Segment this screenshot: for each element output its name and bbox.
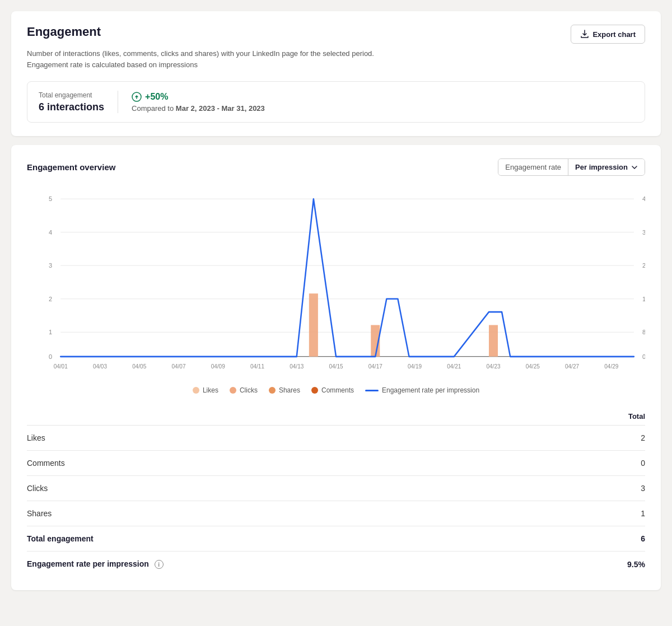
chart-dropdown[interactable]: Engagement rate Per impression <box>498 158 645 176</box>
svg-text:0: 0 <box>49 353 52 360</box>
table-header-label <box>27 408 573 426</box>
svg-text:3: 3 <box>49 262 52 269</box>
table-cell-comments-label: Comments <box>27 451 573 476</box>
svg-text:4: 4 <box>49 229 52 236</box>
svg-text:04/09: 04/09 <box>211 363 225 370</box>
table-cell-shares-label: Shares <box>27 501 573 526</box>
data-table: Total Likes 2 Comments 0 Clicks 3 Shares… <box>27 408 645 577</box>
svg-text:5: 5 <box>49 195 52 202</box>
dropdown-part1: Engagement rate <box>498 159 568 175</box>
legend-clicks-dot <box>230 387 236 394</box>
svg-text:8%: 8% <box>642 329 645 335</box>
svg-text:04/01: 04/01 <box>54 363 68 370</box>
chevron-down-icon <box>631 164 638 171</box>
total-stat-block: Total engagement 6 interactions <box>39 91 104 113</box>
table-cell-comments-value: 0 <box>573 451 645 476</box>
percent-change: +50% <box>132 92 265 102</box>
stat-divider <box>118 91 118 113</box>
svg-text:04/03: 04/03 <box>93 363 107 370</box>
positive-icon <box>132 92 142 102</box>
svg-text:04/13: 04/13 <box>290 363 304 370</box>
table-row-rate: Engagement rate per impression i 9.5% <box>27 552 645 577</box>
svg-text:04/07: 04/07 <box>171 363 185 370</box>
svg-text:04/21: 04/21 <box>447 363 461 370</box>
comparison-block: +50% Compared to Mar 2, 2023 - Mar 31, 2… <box>132 92 265 113</box>
svg-text:40%: 40% <box>642 195 645 202</box>
total-stat-label: Total engagement <box>39 91 104 99</box>
chart-svg: 5 4 3 2 1 0 40% 32% 24% 16% 8% 0% 04/01 … <box>27 187 645 377</box>
chart-card: Engagement overview Engagement rate Per … <box>11 145 661 590</box>
legend-clicks: Clicks <box>230 386 258 394</box>
legend-likes-dot <box>193 387 199 394</box>
table-row-likes: Likes 2 <box>27 426 645 451</box>
table-row-comments: Comments 0 <box>27 451 645 476</box>
svg-rect-36 <box>489 325 498 357</box>
engagement-card: Engagement Export chart Number of intera… <box>11 11 661 136</box>
stats-row: Total engagement 6 interactions +50% Com… <box>27 81 645 123</box>
table-cell-total-value: 6 <box>573 526 645 552</box>
svg-text:04/25: 04/25 <box>526 363 540 370</box>
table-cell-shares-value: 1 <box>573 501 645 526</box>
download-icon <box>580 30 589 39</box>
table-cell-rate-value: 9.5% <box>573 552 645 577</box>
info-icon: i <box>155 560 164 569</box>
comparison-text: Compared to Mar 2, 2023 - Mar 31, 2023 <box>132 104 265 113</box>
svg-text:04/23: 04/23 <box>486 363 500 370</box>
svg-text:04/15: 04/15 <box>329 363 343 370</box>
chart-header: Engagement overview Engagement rate Per … <box>27 158 645 176</box>
chart-legend: Likes Clicks Shares Comments Engagement … <box>27 386 645 394</box>
total-stat-value: 6 interactions <box>39 101 104 113</box>
table-row-shares: Shares 1 <box>27 501 645 526</box>
table-cell-total-label: Total engagement <box>27 526 573 552</box>
svg-text:04/17: 04/17 <box>368 363 382 370</box>
svg-text:04/11: 04/11 <box>250 363 264 370</box>
svg-text:0%: 0% <box>642 353 645 360</box>
svg-text:04/27: 04/27 <box>565 363 579 370</box>
subtitle: Number of interactions (likes, comments,… <box>27 48 645 70</box>
table-cell-likes-label: Likes <box>27 426 573 451</box>
page-title: Engagement <box>27 25 101 39</box>
card-header: Engagement Export chart <box>27 25 645 44</box>
legend-shares-dot <box>269 387 276 394</box>
table-cell-clicks-label: Clicks <box>27 476 573 501</box>
svg-text:16%: 16% <box>642 296 645 302</box>
table-row-total: Total engagement 6 <box>27 526 645 552</box>
svg-text:1: 1 <box>49 329 52 335</box>
svg-text:24%: 24% <box>642 262 645 269</box>
table-cell-clicks-value: 3 <box>573 476 645 501</box>
svg-rect-34 <box>309 293 318 357</box>
dropdown-part2: Per impression <box>568 159 645 175</box>
svg-text:04/29: 04/29 <box>604 363 618 370</box>
svg-text:04/19: 04/19 <box>408 363 422 370</box>
legend-engagement-rate: Engagement rate per impression <box>365 386 479 394</box>
legend-rate-line <box>365 390 379 391</box>
svg-text:04/05: 04/05 <box>132 363 146 370</box>
export-button[interactable]: Export chart <box>571 25 645 44</box>
legend-likes: Likes <box>193 386 218 394</box>
legend-comments-dot <box>311 387 318 394</box>
table-cell-likes-value: 2 <box>573 426 645 451</box>
table-header-total: Total <box>573 408 645 426</box>
legend-shares: Shares <box>269 386 300 394</box>
svg-text:2: 2 <box>49 296 52 302</box>
chart-title: Engagement overview <box>27 162 115 172</box>
legend-comments: Comments <box>311 386 354 394</box>
chart-container: 5 4 3 2 1 0 40% 32% 24% 16% 8% 0% 04/01 … <box>27 187 645 377</box>
svg-text:32%: 32% <box>642 229 645 236</box>
table-row-clicks: Clicks 3 <box>27 476 645 501</box>
table-cell-rate-label: Engagement rate per impression i <box>27 552 573 577</box>
